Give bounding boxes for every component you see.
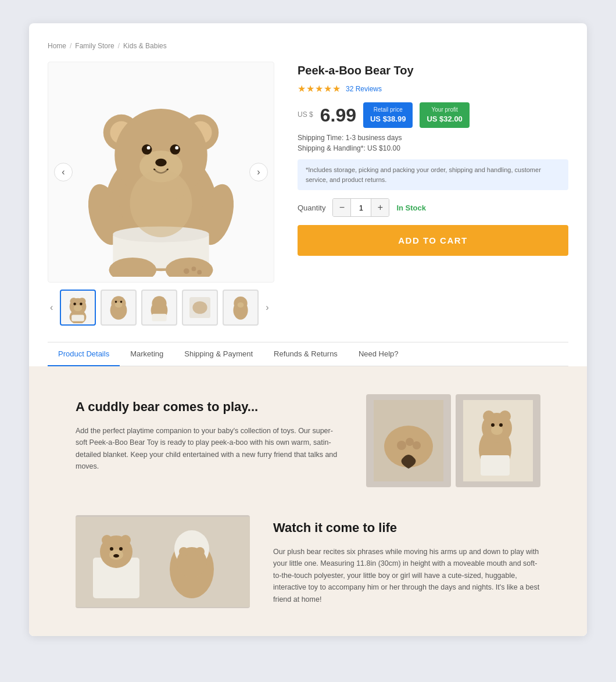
detail-image-1b xyxy=(456,394,540,487)
svg-point-10 xyxy=(175,146,178,149)
product-section: ‹ xyxy=(48,62,568,326)
tab-product-details[interactable]: Product Details xyxy=(48,342,120,366)
tab-refunds-returns[interactable]: Refunds & Returns xyxy=(263,342,348,366)
tab-shipping-payment[interactable]: Shipping & Payment xyxy=(174,342,263,366)
product-title: Peek-a-Boo Bear Toy xyxy=(298,64,568,77)
svg-point-33 xyxy=(115,301,117,303)
thumbnail-3[interactable] xyxy=(141,290,177,326)
details-text-1: A cuddly bear comes to play... Add the p… xyxy=(76,394,343,473)
price-row: US $ 6.99 Retail price US $38.99 Your pr… xyxy=(298,102,568,128)
svg-point-9 xyxy=(147,146,151,149)
thumb-next-button[interactable]: › xyxy=(263,302,271,313)
svg-point-8 xyxy=(170,144,181,155)
details-images-2 xyxy=(76,515,250,608)
price-value: 6.99 xyxy=(320,105,356,126)
details-images-1 xyxy=(366,394,540,487)
detail-image-2 xyxy=(76,515,250,608)
breadcrumb-kids-babies[interactable]: Kids & Babies xyxy=(123,42,167,50)
product-details-content: A cuddly bear comes to play... Add the p… xyxy=(29,366,587,636)
details-heading-2: Watch it come to life xyxy=(273,520,540,537)
svg-point-34 xyxy=(120,301,123,303)
svg-point-11 xyxy=(155,159,166,167)
svg-point-36 xyxy=(152,296,167,310)
image-area: ‹ xyxy=(48,62,274,326)
svg-point-28 xyxy=(80,302,83,305)
svg-point-69 xyxy=(179,547,188,556)
star-rating: ★★★★★ xyxy=(298,83,341,94)
details-para-1: Add the perfect playtime companion to yo… xyxy=(76,425,343,473)
breadcrumb: Home / Family Store / Kids & Babies xyxy=(48,42,568,50)
svg-point-51 xyxy=(483,410,495,422)
main-product-image xyxy=(62,67,260,277)
qty-increase-button[interactable]: + xyxy=(371,199,389,216)
tab-marketing[interactable]: Marketing xyxy=(120,342,174,366)
svg-rect-56 xyxy=(481,455,510,476)
shipping-time: Shipping Time: 1-3 business days xyxy=(298,134,568,142)
details-text-2: Watch it come to life Our plush bear rec… xyxy=(273,515,540,606)
retail-price-badge: Retail price US $38.99 xyxy=(363,102,413,128)
svg-point-63 xyxy=(110,547,113,551)
rating-row: ★★★★★ 32 Reviews xyxy=(298,83,568,94)
thumbnails: ‹ xyxy=(48,290,274,326)
svg-point-52 xyxy=(499,410,511,422)
details-section-1: A cuddly bear comes to play... Add the p… xyxy=(76,394,540,487)
qty-decrease-button[interactable]: − xyxy=(333,199,350,216)
svg-point-61 xyxy=(120,535,131,545)
svg-point-20 xyxy=(197,270,202,274)
svg-point-55 xyxy=(499,423,503,427)
thumbnail-1[interactable] xyxy=(60,290,96,326)
svg-point-47 xyxy=(413,441,421,449)
shipping-handling: Shipping & Handling*: US $10.00 xyxy=(298,144,568,152)
svg-rect-37 xyxy=(152,314,167,322)
svg-point-21 xyxy=(130,169,192,237)
quantity-row: Quantity − + In Stock xyxy=(298,198,568,217)
includes-note: *Includes storage, picking and packing y… xyxy=(298,159,568,190)
svg-point-53 xyxy=(491,426,503,435)
thumbnail-4[interactable] xyxy=(182,290,218,326)
svg-point-65 xyxy=(113,554,119,558)
quantity-control: − + xyxy=(332,198,389,217)
profit-badge: Your profit US $32.00 xyxy=(420,102,469,128)
details-para-2: Our plush bear recites six phrases while… xyxy=(273,546,540,606)
svg-point-26 xyxy=(74,305,82,312)
page-wrapper: Home / Family Store / Kids & Babies ‹ xyxy=(29,23,587,636)
stock-status: In Stock xyxy=(396,203,426,212)
image-next-button[interactable]: › xyxy=(249,163,268,181)
svg-point-39 xyxy=(193,301,207,314)
svg-point-18 xyxy=(184,268,189,274)
svg-point-32 xyxy=(115,302,123,308)
details-section-2: Watch it come to life Our plush bear rec… xyxy=(76,515,540,608)
thumbnail-2[interactable] xyxy=(101,290,137,326)
quantity-label: Quantity xyxy=(298,203,325,212)
thumb-prev-button[interactable]: ‹ xyxy=(48,302,55,313)
tab-need-help[interactable]: Need Help? xyxy=(348,342,409,366)
svg-point-64 xyxy=(119,547,123,551)
tabs-nav: Product Details Marketing Shipping & Pay… xyxy=(48,342,568,366)
detail-image-1a xyxy=(366,394,451,487)
svg-point-42 xyxy=(238,302,244,308)
qty-input[interactable] xyxy=(350,199,371,216)
svg-point-54 xyxy=(491,423,495,427)
svg-point-27 xyxy=(74,302,77,305)
breadcrumb-family-store[interactable]: Family Store xyxy=(75,42,114,50)
main-image-container: ‹ xyxy=(48,62,274,283)
svg-point-19 xyxy=(192,266,196,271)
svg-rect-29 xyxy=(72,315,85,322)
svg-point-7 xyxy=(142,144,152,155)
price-label: US $ xyxy=(298,110,313,120)
image-prev-button[interactable]: ‹ xyxy=(54,163,73,181)
svg-point-60 xyxy=(102,535,112,545)
svg-point-45 xyxy=(397,441,406,450)
svg-point-46 xyxy=(406,438,414,446)
reviews-link[interactable]: 32 Reviews xyxy=(346,85,382,93)
product-info: Peek-a-Boo Bear Toy ★★★★★ 32 Reviews US … xyxy=(298,62,568,326)
details-heading-1: A cuddly bear comes to play... xyxy=(76,399,343,416)
tabs-section: Product Details Marketing Shipping & Pay… xyxy=(48,342,568,636)
breadcrumb-home[interactable]: Home xyxy=(48,42,66,50)
add-to-cart-button[interactable]: ADD TO CART xyxy=(298,225,568,256)
svg-point-70 xyxy=(195,547,205,556)
thumbnail-5[interactable] xyxy=(223,290,259,326)
